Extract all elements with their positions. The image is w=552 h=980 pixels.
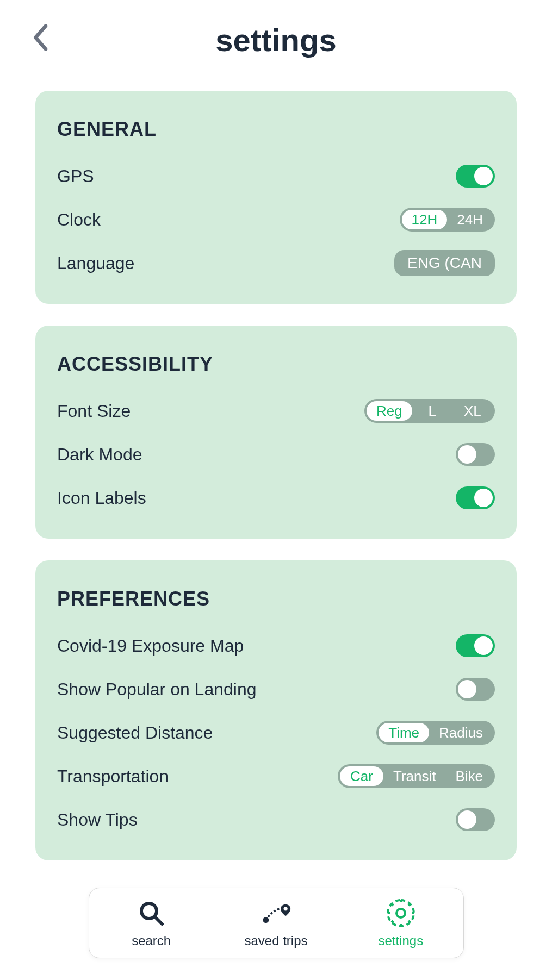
fontsize-label: Font Size (57, 401, 131, 421)
saved-trips-icon (260, 897, 291, 929)
gps-row: GPS (57, 163, 495, 190)
svg-point-2 (263, 917, 269, 923)
language-dropdown[interactable]: ENG (CAN (394, 250, 495, 276)
clock-24h-option[interactable]: 24H (447, 210, 493, 229)
preferences-title: PREFERENCES (57, 588, 495, 610)
suggesteddistance-label: Suggested Distance (57, 723, 213, 743)
preferences-card: PREFERENCES Covid-19 Exposure Map Show P… (35, 560, 517, 860)
transportation-label: Transportation (57, 766, 169, 787)
accessibility-title: ACCESSIBILITY (57, 353, 495, 376)
darkmode-row: Dark Mode (57, 441, 495, 468)
transport-bike-option[interactable]: Bike (445, 766, 493, 786)
language-row: Language ENG (CAN (57, 249, 495, 277)
fontsize-reg-option[interactable]: Reg (367, 401, 412, 421)
covid-label: Covid-19 Exposure Map (57, 636, 244, 656)
nav-settings-label: settings (378, 933, 423, 948)
iconlabels-toggle[interactable] (456, 486, 495, 509)
header: settings (0, 0, 552, 91)
gps-toggle[interactable] (456, 165, 495, 188)
toggle-knob (474, 489, 493, 507)
distance-radius-option[interactable]: Radius (429, 723, 493, 742)
general-card: GENERAL GPS Clock 12H 24H Language ENG (… (35, 91, 517, 304)
showpopular-toggle[interactable] (456, 678, 495, 701)
svg-point-3 (284, 907, 288, 910)
covid-row: Covid-19 Exposure Map (57, 632, 495, 659)
transport-car-option[interactable]: Car (340, 766, 383, 786)
showpopular-row: Show Popular on Landing (57, 676, 495, 703)
page-title: settings (27, 22, 525, 58)
fontsize-l-option[interactable]: L (412, 401, 452, 421)
showtips-row: Show Tips (57, 806, 495, 833)
transportation-segment[interactable]: Car Transit Bike (338, 764, 495, 788)
svg-line-1 (155, 917, 162, 924)
svg-point-4 (396, 909, 405, 917)
iconlabels-label: Icon Labels (57, 488, 146, 508)
darkmode-label: Dark Mode (57, 445, 142, 465)
clock-row: Clock 12H 24H (57, 206, 495, 233)
suggesteddistance-segment[interactable]: Time Radius (376, 721, 495, 745)
suggesteddistance-row: Suggested Distance Time Radius (57, 719, 495, 746)
covid-toggle[interactable] (456, 634, 495, 657)
fontsize-row: Font Size Reg L XL (57, 397, 495, 425)
toggle-knob (474, 167, 493, 185)
gear-icon (385, 897, 417, 929)
clock-segment[interactable]: 12H 24H (400, 208, 495, 232)
language-label: Language (57, 253, 134, 273)
nav-saved-trips[interactable]: saved trips (214, 897, 338, 948)
accessibility-card: ACCESSIBILITY Font Size Reg L XL Dark Mo… (35, 326, 517, 539)
distance-time-option[interactable]: Time (379, 723, 429, 742)
darkmode-toggle[interactable] (456, 443, 495, 466)
iconlabels-row: Icon Labels (57, 484, 495, 511)
toggle-knob (458, 810, 476, 829)
fontsize-segment[interactable]: Reg L XL (364, 399, 495, 423)
nav-search[interactable]: search (89, 897, 214, 948)
general-title: GENERAL (57, 118, 495, 141)
showtips-toggle[interactable] (456, 808, 495, 831)
back-button[interactable] (33, 24, 50, 55)
bottom-nav: search saved trips settings (89, 888, 464, 958)
nav-search-label: search (132, 933, 171, 948)
toggle-knob (474, 636, 493, 655)
content: GENERAL GPS Clock 12H 24H Language ENG (… (0, 91, 552, 860)
clock-label: Clock (57, 210, 101, 230)
gps-label: GPS (57, 166, 94, 186)
search-icon (135, 897, 167, 929)
transportation-row: Transportation Car Transit Bike (57, 763, 495, 790)
showtips-label: Show Tips (57, 810, 138, 830)
showpopular-label: Show Popular on Landing (57, 679, 257, 700)
transport-transit-option[interactable]: Transit (383, 766, 446, 786)
fontsize-xl-option[interactable]: XL (452, 401, 493, 421)
clock-12h-option[interactable]: 12H (402, 210, 448, 229)
nav-settings[interactable]: settings (338, 897, 463, 948)
toggle-knob (458, 445, 476, 464)
toggle-knob (458, 680, 476, 698)
nav-savedtrips-label: saved trips (244, 933, 307, 948)
chevron-left-icon (33, 24, 50, 51)
